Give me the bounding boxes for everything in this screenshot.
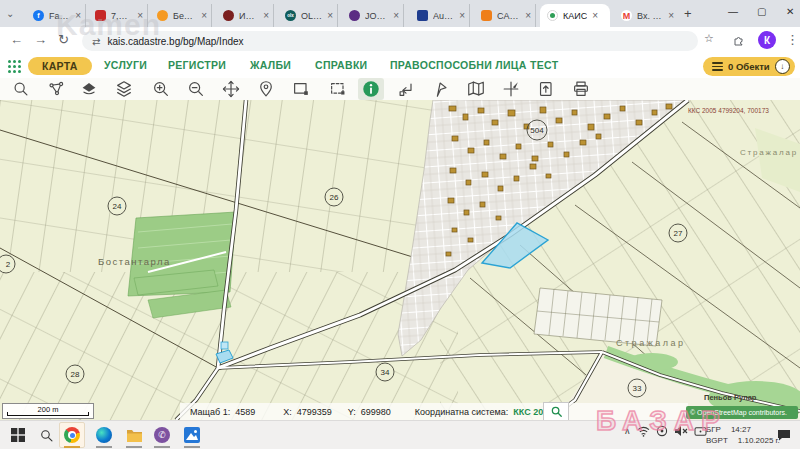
previous-extent-icon[interactable] <box>393 78 419 100</box>
menu-karta[interactable]: КАРТА <box>28 57 92 75</box>
tab-close-icon[interactable]: × <box>668 10 674 21</box>
menu-uslugi[interactable]: УСЛУГИ <box>104 59 147 71</box>
tab-close-icon[interactable]: × <box>263 10 269 21</box>
map-search-button[interactable] <box>543 402 569 421</box>
search-icon[interactable] <box>8 78 34 100</box>
svg-text:34: 34 <box>381 368 390 377</box>
objects-button[interactable]: 0 Обекти ↓ <box>703 57 795 76</box>
tab-gmail[interactable]: M Вх. пощ × <box>614 4 678 27</box>
pan-icon[interactable] <box>218 78 244 100</box>
print-icon[interactable] <box>568 78 594 100</box>
wifi-icon[interactable] <box>637 426 650 437</box>
svg-text:26: 26 <box>330 193 339 202</box>
red-site-favicon <box>95 10 106 21</box>
language-indicator[interactable]: БГР <box>706 424 721 435</box>
cars-favicon <box>481 10 492 21</box>
tab-imoti[interactable]: Имоти × <box>216 4 274 27</box>
label-bostantarla: Бостантарла <box>98 256 171 267</box>
map-canvas[interactable]: 24 26 504 27 28 34 33 2 Бостантарла Стра… <box>0 100 800 420</box>
tab-cars[interactable]: CARS.B × <box>474 4 536 27</box>
url-input[interactable]: ⇄ kais.cadastre.bg/bg/Map/Index <box>82 31 698 51</box>
taskbar-search-icon[interactable] <box>36 425 56 445</box>
osm-attribution[interactable]: © OpenStreetMap contributors. <box>686 406 798 419</box>
scale-value: 4589 <box>235 407 255 417</box>
export-icon[interactable] <box>533 78 559 100</box>
jobs-favicon <box>349 10 360 21</box>
map-sheets-icon[interactable] <box>463 78 489 100</box>
select-rectangle-icon[interactable] <box>288 78 314 100</box>
action-center-icon[interactable] <box>774 425 794 445</box>
coordinates-icon[interactable] <box>498 78 524 100</box>
zoom-out-icon[interactable] <box>183 78 209 100</box>
select-polygon-icon[interactable] <box>325 78 351 100</box>
menu-registri[interactable]: РЕГИСТРИ <box>168 59 226 71</box>
y-value: 699980 <box>361 407 391 417</box>
browser-menu-icon[interactable]: ⋮ <box>786 32 799 47</box>
taskbar-clock[interactable]: БГР14:27 BGPT1.10.2025 г. <box>706 424 780 446</box>
edge-taskbar-icon[interactable] <box>94 425 114 445</box>
file-explorer-taskbar-icon[interactable] <box>124 425 144 445</box>
tray-app-icon[interactable] <box>656 425 668 437</box>
forward-icon[interactable]: → <box>34 32 47 47</box>
menu-zhalbi[interactable]: ЖАЛБИ <box>250 59 291 71</box>
system-tray: ∧ <box>624 425 707 437</box>
site-info-icon[interactable]: ⇄ <box>92 36 100 47</box>
tab-olx[interactable]: olx OLX.bg × <box>278 4 338 27</box>
new-tab-button[interactable]: + <box>684 6 692 21</box>
tab-bezplatno[interactable]: Безпла × <box>150 4 212 27</box>
tab-close-icon[interactable]: × <box>525 10 531 21</box>
download-objects-icon[interactable]: ↓ <box>775 59 790 74</box>
tab-close-icon[interactable]: × <box>393 10 399 21</box>
basemap-icon[interactable] <box>76 78 102 100</box>
window-minimize-button[interactable]: — <box>728 6 738 17</box>
x-value: 4799359 <box>297 407 332 417</box>
viber-taskbar-icon[interactable]: ✆ <box>152 425 172 445</box>
tab-close-icon[interactable]: × <box>201 10 207 21</box>
url-text: kais.cadastre.bg/bg/Map/Index <box>107 36 243 47</box>
scale-bar-line <box>7 412 89 416</box>
map-corner-coordinates: ККС 2005 4799204, 700173 <box>688 107 769 114</box>
pointer-flag-icon[interactable] <box>428 78 454 100</box>
window-close-button[interactable]: ✕ <box>786 6 794 17</box>
start-button[interactable] <box>8 425 28 445</box>
locate-pin-icon[interactable] <box>253 78 279 100</box>
map-status-bar: Мащаб 1: 4589 X: 4799359 Y: 699980 Коорд… <box>180 403 688 420</box>
zoom-in-icon[interactable] <box>148 78 174 100</box>
reload-icon[interactable]: ↻ <box>58 32 69 47</box>
photos-taskbar-icon[interactable] <box>182 425 202 445</box>
profile-avatar[interactable]: К <box>758 31 776 49</box>
clock-time: 14:27 <box>731 424 751 435</box>
bookmark-star-icon[interactable]: ☆ <box>704 32 714 45</box>
chrome-taskbar-icon[interactable] <box>62 425 82 445</box>
layers-icon[interactable] <box>111 78 137 100</box>
tab-close-icon[interactable]: × <box>75 10 81 21</box>
tab-close-icon[interactable]: × <box>592 10 598 21</box>
back-icon[interactable]: ← <box>10 32 23 47</box>
cadastral-map[interactable]: 24 26 504 27 28 34 33 2 Бостантарла Стра… <box>0 100 800 420</box>
tab-close-icon[interactable]: × <box>137 10 143 21</box>
bell-favicon <box>157 10 168 21</box>
apps-grid-icon[interactable] <box>8 60 22 74</box>
tab-close-icon[interactable]: × <box>459 10 465 21</box>
tab-facebook[interactable]: f Facebo × <box>26 4 86 27</box>
window-maximize-button[interactable]: ▢ <box>757 6 766 17</box>
kais-favicon <box>547 10 558 21</box>
keyboard-layout[interactable]: BGPT <box>706 435 728 446</box>
tab-kais-active[interactable]: КАИС × <box>540 4 610 27</box>
tray-expand-icon[interactable]: ∧ <box>624 426 631 436</box>
tab-search-icon[interactable]: ⌄ <box>6 8 14 19</box>
tab-dka[interactable]: 7,5 дка × <box>88 4 148 27</box>
extensions-icon[interactable] <box>733 34 745 49</box>
browser-address-bar: ← → ↻ ⇄ kais.cadastre.bg/bg/Map/Index ☆ … <box>0 27 800 56</box>
menu-pravosposobni-litsa[interactable]: ПРАВОСПОСОБНИ ЛИЦА <box>390 59 527 71</box>
volume-muted-icon[interactable] <box>674 425 688 437</box>
tray-device-icon[interactable] <box>694 426 707 437</box>
info-icon[interactable] <box>358 78 384 100</box>
select-objects-icon[interactable] <box>44 78 70 100</box>
menu-test[interactable]: ТЕСТ <box>530 59 558 71</box>
tab-audi[interactable]: Audi Q × <box>410 4 470 27</box>
tab-close-icon[interactable]: × <box>327 10 333 21</box>
tab-jobs[interactable]: JOBS.B × <box>342 4 404 27</box>
menu-spravki[interactable]: СПРАВКИ <box>315 59 367 71</box>
crs-label: Координатна система: <box>415 407 508 417</box>
